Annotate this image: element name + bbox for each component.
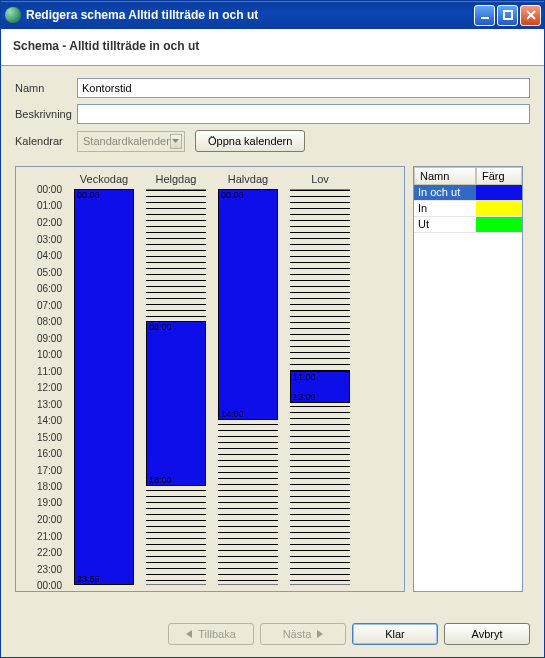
chart-col-header: Halvdag (212, 171, 284, 189)
chart-column[interactable]: 00:0023:59 (68, 189, 140, 585)
legend-row[interactable]: Ut (414, 217, 522, 233)
bar-start-label: 08:00 (149, 322, 172, 332)
bar-end-label: 13:00 (293, 392, 316, 402)
cancel-button[interactable]: Avbryt (444, 623, 530, 645)
close-button[interactable] (520, 5, 541, 26)
y-tick: 00:00 (37, 580, 62, 591)
y-tick: 19:00 (37, 497, 62, 508)
chart-col-header: Veckodag (68, 171, 140, 189)
svg-rect-0 (481, 17, 489, 19)
titlebar[interactable]: Redigera schema Alltid tillträde in och … (1, 1, 544, 29)
footer: Tillbaka Nästa Klar Avbryt (1, 611, 544, 657)
y-tick: 18:00 (37, 481, 62, 492)
svg-marker-2 (172, 139, 179, 143)
y-tick: 13:00 (37, 398, 62, 409)
svg-rect-1 (504, 11, 512, 19)
y-tick: 15:00 (37, 431, 62, 442)
legend-row-name: In och ut (414, 185, 476, 200)
y-tick: 16:00 (37, 447, 62, 458)
name-label: Namn (15, 82, 77, 94)
next-button: Nästa (260, 623, 346, 645)
calendars-label: Kalendrar (15, 135, 77, 147)
y-tick: 06:00 (37, 283, 62, 294)
y-tick: 07:00 (37, 299, 62, 310)
open-calendar-button[interactable]: Öppna kalendern (195, 130, 305, 152)
schedule-bar[interactable]: 00:0023:59 (74, 189, 134, 585)
legend-header-color: Färg (476, 167, 522, 185)
legend-header-name: Namn (414, 167, 476, 185)
y-tick: 12:00 (37, 382, 62, 393)
schedule-chart: VeckodagHelgdagHalvdagLov 00:0001:0002:0… (15, 166, 405, 592)
bar-end-label: 23:59 (77, 574, 100, 584)
bar-start-label: 11:00 (293, 372, 316, 382)
y-tick: 22:00 (37, 547, 62, 558)
window-title: Redigera schema Alltid tillträde in och … (26, 8, 474, 22)
legend-row-name: In (414, 201, 476, 216)
y-tick: 04:00 (37, 249, 62, 260)
next-button-label: Nästa (283, 628, 312, 640)
y-tick: 11:00 (37, 365, 62, 376)
maximize-button[interactable] (497, 5, 518, 26)
calendar-combo-value: Standardkalender (83, 135, 170, 147)
y-tick: 01:00 (37, 200, 62, 211)
form-area: Namn Beskrivning Kalendrar Standardkalen… (1, 66, 544, 166)
minimize-button[interactable] (474, 5, 495, 26)
chevron-down-icon (170, 134, 182, 149)
legend-row-color (476, 201, 522, 216)
chart-col-header: Helgdag (140, 171, 212, 189)
legend-table: Namn Färg In och utInUt (413, 166, 523, 592)
bar-end-label: 18:00 (149, 475, 172, 485)
legend-row[interactable]: In och ut (414, 185, 522, 201)
svg-marker-4 (317, 630, 323, 638)
y-tick: 21:00 (37, 530, 62, 541)
bar-end-label: 14:00 (221, 409, 244, 419)
bar-start-label: 00:00 (77, 190, 100, 200)
back-button: Tillbaka (168, 623, 254, 645)
back-button-label: Tillbaka (198, 628, 236, 640)
done-button[interactable]: Klar (352, 623, 438, 645)
y-tick: 08:00 (37, 315, 62, 326)
y-tick: 05:00 (37, 266, 62, 277)
chart-column[interactable]: 00:0014:00 (212, 189, 284, 585)
chart-column[interactable]: 08:0018:00 (140, 189, 212, 585)
app-icon (5, 7, 21, 23)
schedule-bar[interactable]: 08:0018:00 (146, 321, 206, 486)
page-title: Schema - Alltid tillträde in och ut (1, 29, 544, 66)
chart-col-header: Lov (284, 171, 356, 189)
bar-start-label: 00:00 (221, 190, 244, 200)
schedule-bar[interactable]: 11:0013:00 (290, 371, 350, 404)
legend-row-color (476, 217, 522, 232)
y-tick: 03:00 (37, 233, 62, 244)
y-tick: 10:00 (37, 349, 62, 360)
legend-row-name: Ut (414, 217, 476, 232)
y-tick: 17:00 (37, 464, 62, 475)
y-tick: 00:00 (37, 184, 62, 195)
window-frame: Redigera schema Alltid tillträde in och … (0, 0, 545, 658)
y-tick: 09:00 (37, 332, 62, 343)
chart-column[interactable]: 11:0013:00 (284, 189, 356, 585)
y-tick: 23:00 (37, 563, 62, 574)
legend-row[interactable]: In (414, 201, 522, 217)
legend-row-color (476, 185, 522, 200)
description-input[interactable] (77, 104, 530, 124)
calendar-combo: Standardkalender (77, 131, 185, 152)
description-label: Beskrivning (15, 108, 77, 120)
schedule-bar[interactable]: 00:0014:00 (218, 189, 278, 420)
y-tick: 20:00 (37, 514, 62, 525)
svg-marker-3 (186, 630, 192, 638)
y-tick: 02:00 (37, 216, 62, 227)
y-tick: 14:00 (37, 415, 62, 426)
name-input[interactable] (77, 78, 530, 98)
